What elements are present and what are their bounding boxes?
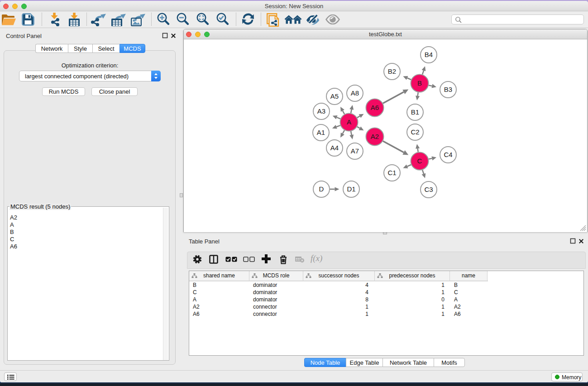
svg-text:A: A [347,118,351,126]
svg-text:A5: A5 [330,92,339,100]
svg-text:B: B [417,79,422,87]
svg-text:D: D [319,185,324,193]
svg-text:A6: A6 [371,104,379,111]
svg-text:B4: B4 [425,51,433,58]
svg-text:A7: A7 [351,147,359,155]
svg-text:C: C [417,157,422,165]
svg-text:B3: B3 [444,86,452,93]
svg-text:A4: A4 [330,144,339,152]
svg-text:B1: B1 [411,108,419,116]
svg-text:A3: A3 [317,107,325,115]
svg-text:D1: D1 [347,185,355,193]
svg-text:A2: A2 [371,133,379,140]
svg-text:C2: C2 [411,128,419,136]
svg-text:B2: B2 [388,67,396,75]
svg-text:C3: C3 [424,186,433,193]
svg-text:C4: C4 [444,151,452,158]
svg-text:C1: C1 [387,169,396,176]
svg-text:A1: A1 [317,129,325,136]
svg-text:A8: A8 [351,89,359,97]
